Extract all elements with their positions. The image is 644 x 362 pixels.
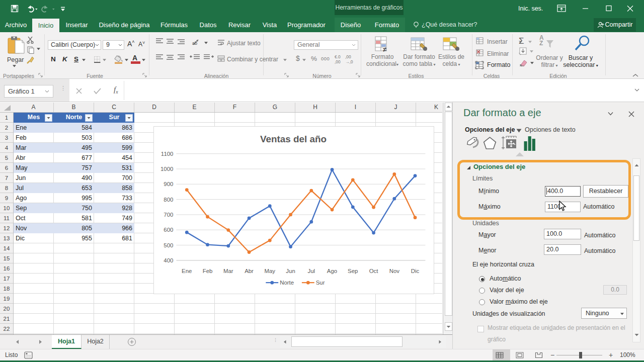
svg-text:Sur: Sur (316, 280, 325, 286)
svg-text:Dic: Dic (411, 268, 420, 274)
svg-text:800: 800 (164, 197, 173, 203)
svg-text:Jul: Jul (307, 268, 315, 274)
svg-text:Ventas del año: Ventas del año (260, 134, 327, 144)
svg-text:Nov: Nov (389, 268, 400, 274)
svg-text:May: May (264, 268, 275, 274)
svg-text:Abr: Abr (245, 268, 254, 274)
svg-text:≠: ≠ (383, 46, 386, 52)
svg-text:Ago: Ago (327, 268, 337, 274)
svg-text:900: 900 (164, 181, 173, 187)
svg-text:Mar: Mar (223, 268, 233, 274)
svg-text:Jun: Jun (286, 268, 295, 274)
svg-text:400: 400 (164, 257, 173, 263)
svg-text:1100: 1100 (161, 151, 174, 157)
svg-text:Ene: Ene (182, 268, 192, 274)
svg-text:1000: 1000 (160, 166, 173, 172)
svg-text:Sep: Sep (348, 268, 358, 274)
svg-text:700: 700 (164, 212, 173, 218)
svg-text:Feb: Feb (203, 268, 213, 274)
svg-text:500: 500 (164, 242, 173, 248)
svg-text:Norte: Norte (280, 280, 294, 286)
svg-text:600: 600 (164, 227, 173, 233)
svg-text:Oct: Oct (369, 268, 379, 274)
svg-text:ab: ab (192, 41, 197, 46)
